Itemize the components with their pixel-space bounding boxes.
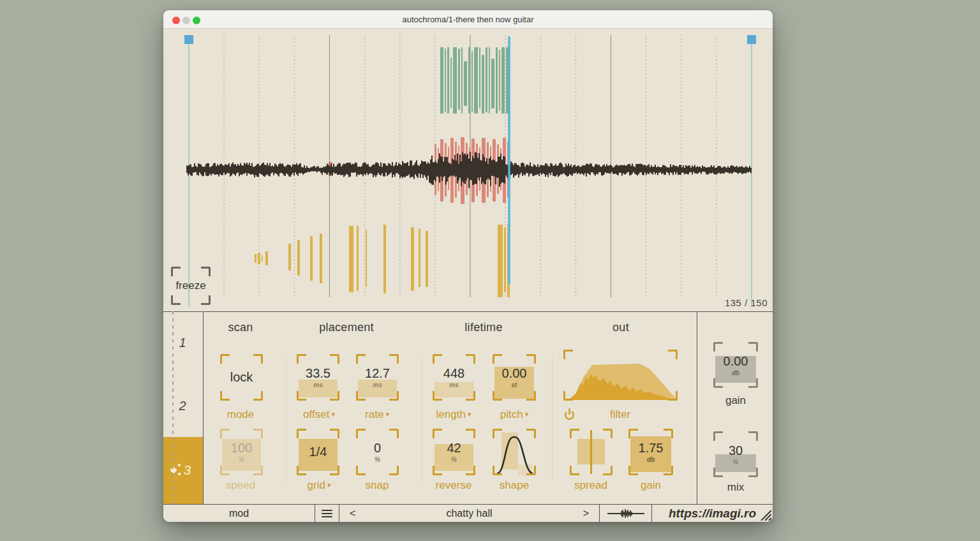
pitch-value: 0.00 (502, 366, 527, 381)
preview-button[interactable] (600, 505, 652, 522)
preset-name: chatty hall (446, 508, 492, 519)
spread-control[interactable] (570, 429, 612, 475)
mix-unit: % (733, 459, 739, 466)
speed-unit: % (239, 456, 244, 463)
pitch-control[interactable]: 0.00 st (493, 354, 536, 401)
filter-label: filter (579, 408, 662, 421)
grain-gain-label: gain (609, 479, 692, 492)
resize-handle-icon[interactable] (759, 508, 771, 521)
tab-layer-1[interactable]: 1 (174, 336, 191, 350)
waveform-display[interactable]: freeze 135 / 150 (163, 29, 773, 311)
tab-layer-3[interactable]: 3 (163, 437, 203, 504)
random-diamond-icon (170, 466, 177, 473)
mode-value: lock (230, 370, 253, 385)
offset-value: 33.5 (306, 366, 330, 381)
rate-control[interactable]: 12.7 ms (356, 354, 399, 401)
window-title: autochroma/1-there then now guitar (163, 15, 773, 24)
snap-unit: % (375, 456, 380, 463)
tab-strip-divider (172, 311, 174, 504)
mix-label: mix (694, 481, 773, 494)
reverse-value: 42 (447, 441, 461, 456)
pitch-unit: st (512, 382, 517, 389)
panel-top-border (163, 311, 773, 312)
chevron-down-icon: ▾ (385, 410, 389, 418)
snap-value: 0 (374, 441, 381, 456)
zoom-icon[interactable] (193, 17, 200, 24)
grain-gain-unit: db (647, 456, 655, 463)
preset-next-button[interactable]: > (583, 505, 589, 522)
filter-power-icon[interactable] (564, 408, 575, 421)
hamburger-icon (322, 510, 332, 517)
freeze-button[interactable]: freeze (171, 267, 211, 305)
mode-label: mode (199, 408, 282, 421)
grain-counter: 135 / 150 (725, 297, 768, 308)
mix-value: 30 (729, 443, 743, 458)
footer-bar: mod < chatty hall > https://imagi.ro (163, 504, 773, 522)
shape-label: shape (473, 479, 556, 492)
close-icon[interactable] (172, 17, 180, 24)
panel-left-border (203, 311, 204, 504)
chevron-down-icon: ▾ (331, 410, 335, 418)
panel-right-border (697, 311, 697, 504)
out-gain-control[interactable]: 0.00 db (713, 342, 758, 388)
grid-control[interactable]: 1/4 (297, 429, 339, 475)
offset-unit: ms (313, 382, 322, 389)
out-gain-label: gain (694, 394, 773, 407)
preset-selector[interactable]: < chatty hall > (339, 505, 600, 522)
rate-label[interactable]: rate▾ (336, 408, 419, 421)
speed-label: speed (199, 479, 282, 492)
menu-button[interactable] (315, 505, 339, 522)
chevron-down-icon: ▾ (525, 410, 529, 418)
snap-label: snap (336, 479, 419, 492)
offset-control[interactable]: 33.5 ms (297, 354, 339, 401)
waveform-canvas[interactable] (163, 29, 773, 311)
chevron-down-icon: ▾ (468, 410, 471, 418)
mod-button[interactable]: mod (163, 505, 315, 522)
chevron-down-icon: ▾ (327, 481, 331, 489)
grid-value: 1/4 (309, 445, 327, 459)
section-header-placement: placement (305, 321, 388, 334)
tab-3-label: 3 (184, 463, 191, 477)
length-control[interactable]: 448 ms (433, 354, 475, 401)
reverse-unit: % (451, 456, 457, 463)
brand-link[interactable]: https://imagi.ro (652, 505, 773, 522)
random-dot-icon (177, 463, 181, 467)
grain-gain-value: 1.75 (639, 441, 664, 456)
out-gain-value: 0.00 (724, 354, 748, 369)
filter-control[interactable] (563, 350, 678, 401)
speed-value: 100 (231, 441, 252, 456)
tab-layer-2[interactable]: 2 (174, 399, 191, 413)
rate-value: 12.7 (365, 366, 390, 381)
reverse-control[interactable]: 42 % (433, 429, 475, 475)
section-header-lifetime: lifetime (442, 321, 525, 334)
shape-control[interactable] (493, 429, 536, 475)
length-value: 448 (443, 366, 464, 381)
section-header-scan: scan (199, 321, 282, 334)
random-dot-icon (177, 472, 181, 476)
mode-control[interactable]: lock (220, 354, 263, 401)
rate-unit: ms (373, 382, 382, 389)
plugin-window: autochroma/1-there then now guitar freez… (163, 10, 773, 522)
section-header-out: out (579, 321, 662, 334)
pitch-label[interactable]: pitch▾ (473, 408, 556, 421)
speed-control: 100 % (220, 429, 263, 475)
waveform-icon (606, 508, 646, 519)
filter-curve (563, 350, 678, 401)
mix-control[interactable]: 30 % (713, 431, 758, 477)
out-gain-unit: db (732, 369, 739, 376)
grain-gain-control[interactable]: 1.75 db (628, 429, 673, 475)
brand-url: https://imagi.ro (669, 507, 756, 521)
preset-prev-button[interactable]: < (350, 505, 355, 522)
snap-control[interactable]: 0 % (356, 429, 399, 475)
title-bar: autochroma/1-there then now guitar (163, 10, 773, 29)
minimize-icon[interactable] (182, 17, 190, 24)
freeze-label: freeze (175, 279, 205, 292)
desktop-background: { "window": { "title": "autochroma/1-the… (0, 0, 980, 541)
length-unit: ms (449, 382, 458, 389)
